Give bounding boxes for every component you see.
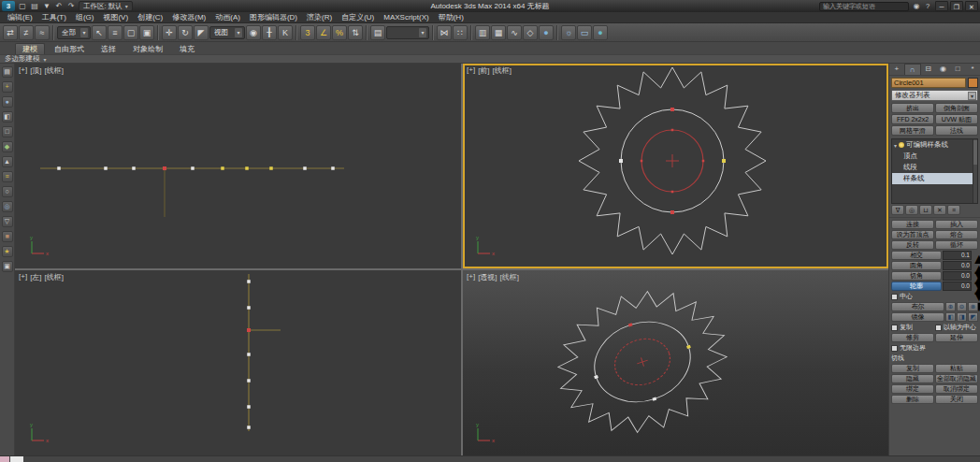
menu-item-8[interactable]: 渲染(R) [302, 12, 337, 23]
dock-box-icon[interactable]: □ [2, 126, 13, 137]
checkbox-icon[interactable] [891, 325, 898, 331]
visibility-bulb-icon[interactable] [899, 142, 904, 148]
modifier-list-dropdown[interactable]: 修改器列表 ▾ [891, 90, 978, 101]
select-and-move-icon[interactable]: ✛ [162, 25, 177, 40]
spinner-arrows[interactable]: ▲▼ [972, 282, 978, 291]
tab-utilities[interactable]: * [965, 64, 980, 75]
configure-modifier-sets-icon[interactable]: ≡ [947, 205, 960, 215]
stack-item[interactable]: 样条线 [892, 173, 977, 184]
viewport-menu-shading[interactable]: [线框] [45, 272, 64, 282]
modifier-set-button-0[interactable]: 挤出 [891, 103, 934, 113]
dock-circle-icon[interactable]: ○ [2, 186, 13, 197]
redo-icon[interactable]: ↷ [65, 1, 77, 11]
menu-item-2[interactable]: 组(G) [71, 12, 99, 23]
rollout-button[interactable]: 修剪 [891, 333, 934, 342]
remove-modifier-icon[interactable]: ✕ [933, 205, 946, 215]
dock-diamond-icon[interactable]: ◆ [2, 141, 13, 152]
search-input[interactable] [819, 2, 909, 11]
spinner-value[interactable]: 0.0 [943, 282, 972, 291]
viewport-menu-general[interactable]: [+] [19, 65, 27, 76]
rollout-checkbox[interactable]: 以轴为中心 [935, 323, 978, 332]
dock-grid-icon[interactable]: ▣ [2, 261, 13, 272]
dock-solid-icon[interactable]: ■ [2, 231, 13, 242]
rollout-button[interactable]: 复制 [891, 364, 934, 373]
dock-tri-down-icon[interactable]: ▽ [2, 216, 13, 227]
menu-item-10[interactable]: MAXScript(X) [379, 12, 433, 23]
dock-create-icon[interactable]: + [2, 81, 13, 93]
viewport-left[interactable]: [+][左][线框] xy [15, 270, 461, 455]
viewport-menu-general[interactable]: [+] [467, 272, 475, 282]
menu-item-0[interactable]: 编辑(E) [3, 12, 37, 23]
window-crossing-toggle-icon[interactable]: ▣ [139, 25, 154, 40]
rollout-option-icon[interactable]: ◧ [945, 312, 956, 322]
rollout-button[interactable]: 轮廓 [891, 282, 942, 291]
modifier-set-button-5[interactable]: 法线 [935, 125, 978, 136]
select-and-scale-icon[interactable]: ◤ [194, 25, 209, 40]
checkbox-icon[interactable] [891, 345, 898, 352]
workspace-dropdown[interactable]: 工作区: 默认 ▾ [79, 1, 133, 11]
ribbon-panel-label[interactable]: 多边形建模 [5, 54, 40, 64]
undo-icon[interactable]: ↶ [53, 1, 65, 11]
rollout-button[interactable]: 循环 [935, 240, 978, 250]
menu-item-3[interactable]: 视图(V) [98, 12, 133, 23]
close-button[interactable]: ✕ [965, 1, 978, 11]
rendered-frame-window-icon[interactable]: ▭ [577, 25, 592, 40]
viewport-menu-pov[interactable]: [顶] [30, 65, 41, 76]
checkbox-icon[interactable] [891, 294, 898, 300]
stack-scrollbar[interactable] [973, 139, 977, 203]
mirror-icon[interactable]: ⋈ [437, 25, 452, 40]
bind-to-space-warp-icon[interactable]: ≈ [35, 25, 50, 40]
viewport-perspective[interactable]: [+][透视][线框] xy [463, 270, 888, 455]
tab-display[interactable]: □ [950, 64, 965, 75]
minimize-button[interactable]: ─ [935, 1, 948, 11]
ribbon-tab-3[interactable]: 对象绘制 [125, 43, 170, 54]
rollout-button[interactable]: 镜像 [891, 312, 944, 322]
rollout-button[interactable]: 连接 [891, 220, 934, 229]
tab-hierarchy[interactable]: ⊟ [921, 64, 936, 75]
menu-item-6[interactable]: 动画(A) [210, 12, 245, 23]
snaps-toggle-icon[interactable]: 3 [300, 25, 315, 40]
maxscript-mini-listener[interactable] [0, 456, 9, 462]
spinner-field[interactable]: 0.0▲▼ [943, 282, 978, 291]
new-scene-icon[interactable]: ▢ [17, 1, 28, 11]
rollout-checkbox[interactable]: 中心 [891, 292, 978, 301]
viewport-menu-pov[interactable]: [左] [30, 272, 41, 282]
rollout-button[interactable]: 关闭 [935, 395, 978, 404]
align-icon[interactable]: ∷ [453, 25, 468, 40]
viewport-menu-pov[interactable]: [透视] [478, 272, 497, 282]
selection-filter-dropdown[interactable]: 全部▾ [57, 26, 91, 39]
rollout-button[interactable]: 粘贴 [935, 364, 978, 373]
open-file-icon[interactable]: ▤ [29, 1, 40, 11]
dock-layout-icon[interactable]: ▤ [2, 66, 13, 78]
keyboard-shortcut-override-icon[interactable]: K [278, 25, 293, 40]
spinner-value[interactable]: 0.0 [943, 271, 972, 281]
angle-snap-toggle-icon[interactable]: ∠ [316, 25, 331, 40]
tab-modify[interactable]: ∩ [904, 64, 921, 75]
rollout-button[interactable]: 全部取消隐藏 [935, 374, 978, 383]
expand-icon[interactable]: ▾ [894, 142, 897, 149]
checkbox-icon[interactable] [935, 325, 942, 331]
spinner-value[interactable]: 0.1 [943, 251, 972, 260]
rollout-option-icon[interactable]: ⊖ [957, 302, 967, 311]
rollout-option-icon[interactable]: ◩ [968, 312, 978, 322]
rollout-button[interactable]: 插入 [935, 220, 978, 229]
reference-coordinate-system-dropdown[interactable]: 视图▾ [209, 26, 245, 39]
spinner-arrows[interactable]: ▲▼ [972, 261, 978, 270]
viewport-top[interactable]: [+][顶][线框] xy [15, 64, 461, 268]
use-pivot-point-center-icon[interactable]: ◉ [246, 25, 261, 40]
menu-item-7[interactable]: 图形编辑器(D) [245, 12, 302, 23]
viewport-menu-shading[interactable]: [线框] [493, 65, 512, 76]
menu-item-4[interactable]: 创建(C) [133, 12, 167, 23]
rollout-checkbox[interactable]: 无限边界 [891, 343, 978, 353]
dock-tri-icon[interactable]: ▲ [2, 156, 13, 167]
select-and-manipulate-icon[interactable]: ╂ [262, 25, 277, 40]
menu-item-5[interactable]: 修改器(M) [167, 12, 210, 23]
modifier-set-button-2[interactable]: FFD 2x2x2 [891, 114, 934, 124]
rollout-button[interactable]: 反转 [891, 240, 934, 250]
dock-sphere-icon[interactable]: ● [2, 96, 13, 108]
named-selection-sets-dropdown[interactable]: ▾ [386, 26, 429, 39]
rollout-button[interactable]: 延伸 [935, 333, 978, 342]
rectangular-selection-region-icon[interactable]: ▢ [123, 25, 138, 40]
viewport-front[interactable]: [+][前][线框] xy [463, 64, 888, 268]
select-by-name-icon[interactable]: ≡ [108, 25, 122, 40]
